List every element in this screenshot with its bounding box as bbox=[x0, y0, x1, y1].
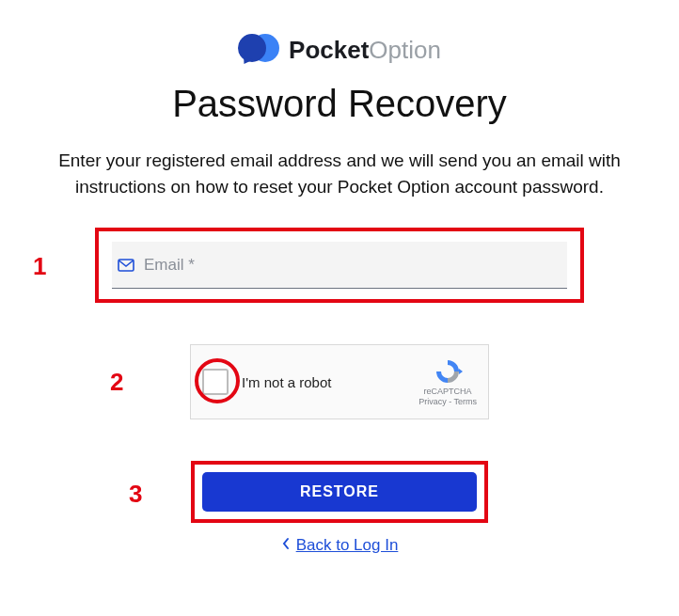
page-subtitle: Enter your registered email address and … bbox=[28, 148, 651, 199]
email-placeholder: Email * bbox=[144, 256, 195, 275]
brand-name-light: Option bbox=[369, 36, 441, 64]
annotation-step-3: 3 bbox=[129, 480, 142, 509]
brand-logo: PocketOption bbox=[28, 34, 651, 66]
recaptcha-label: I'm not a robot bbox=[242, 374, 418, 390]
annotation-step-1: 1 bbox=[33, 252, 46, 281]
logo-icon bbox=[238, 34, 279, 66]
brand-name-bold: Pocket bbox=[289, 36, 369, 64]
recaptcha-legal[interactable]: Privacy - Terms bbox=[418, 397, 477, 407]
recaptcha-icon bbox=[432, 357, 464, 386]
brand-name: PocketOption bbox=[289, 36, 441, 65]
email-input[interactable]: Email * bbox=[112, 242, 567, 289]
mail-icon bbox=[118, 259, 134, 272]
back-to-login-row: Back to Log In bbox=[28, 536, 651, 555]
recaptcha-checkbox[interactable] bbox=[202, 369, 229, 395]
recaptcha-badge: reCAPTCHA Privacy - Terms bbox=[418, 357, 477, 407]
back-to-login-link[interactable]: Back to Log In bbox=[296, 536, 399, 555]
annotation-step-2: 2 bbox=[110, 368, 123, 397]
chevron-left-icon bbox=[281, 537, 291, 554]
restore-button[interactable]: RESTORE bbox=[202, 472, 477, 512]
restore-annotation-box: 3 RESTORE bbox=[191, 461, 488, 523]
email-field-annotation-box: 1 Email * bbox=[95, 228, 584, 303]
recaptcha-brand: reCAPTCHA bbox=[418, 387, 477, 397]
page-title: Password Recovery bbox=[28, 83, 651, 125]
svg-marker-1 bbox=[459, 369, 463, 374]
recaptcha-widget: 2 I'm not a robot reCAPTCHA Privacy - Te… bbox=[190, 344, 489, 419]
